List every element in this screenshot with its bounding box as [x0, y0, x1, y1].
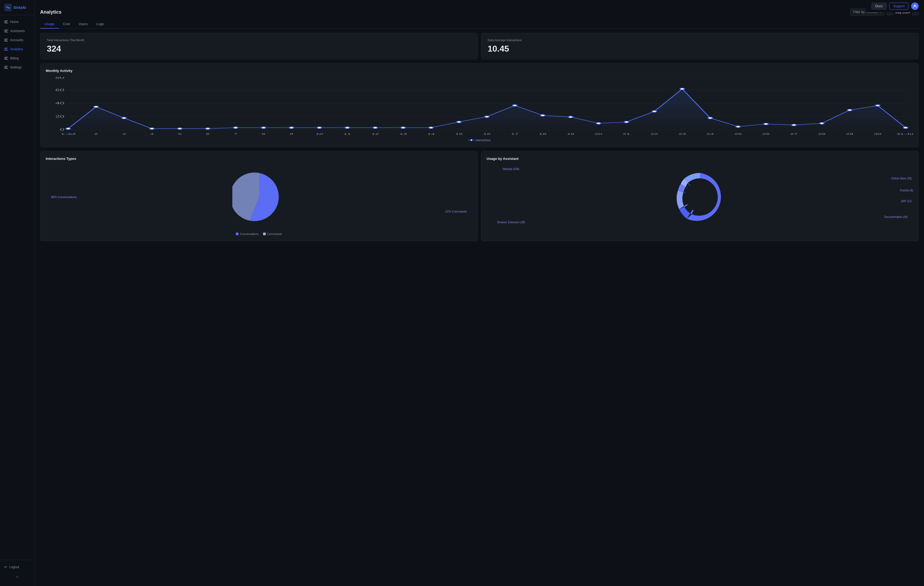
svg-point-22 — [289, 127, 294, 129]
sidebar-label-home: Home — [10, 20, 19, 24]
sidebar-item-accounts[interactable]: Accounts — [0, 36, 35, 45]
svg-text:1-Jul: 1-Jul — [61, 132, 76, 135]
avatar[interactable] — [911, 2, 919, 10]
sidebar-label-analytics: Analytics — [10, 47, 23, 51]
svg-point-41 — [820, 122, 824, 124]
svg-point-23 — [317, 127, 322, 129]
svg-text:5: 5 — [178, 132, 182, 135]
svg-point-38 — [736, 125, 740, 127]
svg-point-19 — [206, 128, 210, 130]
svg-point-36 — [680, 88, 685, 90]
donut-chart — [670, 168, 729, 226]
svg-text:16: 16 — [483, 132, 491, 135]
page-title: Analytics — [40, 9, 61, 15]
logo-accent: AI — [22, 5, 26, 10]
svg-text:0: 0 — [60, 128, 64, 131]
interactions-types-title: Interactions Types — [46, 157, 472, 161]
sidebar-item-assistants[interactable]: Assistants — [0, 26, 35, 36]
svg-point-44 — [903, 127, 908, 129]
commands-color — [263, 233, 266, 235]
sidebar-bottom: ↩ Logout ‹ — [0, 560, 35, 586]
svg-text:20: 20 — [55, 115, 64, 118]
svg-point-42 — [848, 109, 852, 111]
svg-point-28 — [457, 121, 461, 123]
svg-point-39 — [764, 123, 768, 125]
docs-button[interactable]: Docs — [871, 3, 886, 10]
bottom-row: Interactions Types 88% Conversations 12%… — [40, 151, 919, 241]
page-header: Analytics Filter by Assistant ▾ ‹ July 2… — [40, 5, 919, 15]
accounts-icon — [4, 39, 8, 41]
svg-point-35 — [652, 111, 657, 112]
tab-logs[interactable]: Logs — [92, 20, 108, 29]
sap-donut-label: SAP (12) — [901, 200, 912, 203]
monthly-activity-card: Monthly Activity 0 20 40 60 80 — [40, 63, 919, 147]
analytics-icon — [4, 48, 8, 51]
sidebar-label-accounts: Accounts — [10, 38, 23, 42]
website-donut-label: Website (209) — [503, 168, 519, 170]
svg-text:23: 23 — [678, 132, 686, 135]
usage-by-assistant-card: Usage by Assistant — [481, 151, 919, 241]
svg-text:31-Jul: 31-Jul — [896, 132, 913, 135]
daily-average-label: Daily Average Interactions — [488, 38, 912, 42]
svg-point-37 — [708, 117, 713, 119]
support-button[interactable]: Support — [889, 3, 909, 10]
svg-text:18: 18 — [539, 132, 546, 135]
svg-text:80: 80 — [55, 77, 64, 79]
sidebar-item-home[interactable]: Home — [0, 17, 35, 26]
svg-text:60: 60 — [55, 88, 64, 92]
svg-text:15: 15 — [455, 132, 463, 135]
legend-conversations: Conversations — [236, 232, 259, 236]
total-interactions-label: Total Interactions This Month — [47, 38, 471, 42]
svg-text:20: 20 — [595, 132, 602, 135]
svg-text:19: 19 — [567, 132, 574, 135]
svg-text:26: 26 — [762, 132, 770, 135]
usage-by-assistant-title: Usage by Assistant — [487, 157, 913, 161]
sidebar-label-settings: Settings — [10, 66, 21, 69]
portolio-donut-label: Portolio (8) — [900, 189, 913, 192]
svg-text:9: 9 — [290, 132, 293, 135]
svg-point-30 — [513, 104, 517, 106]
svg-point-18 — [178, 128, 182, 130]
svg-point-15 — [94, 106, 98, 108]
sidebar-item-analytics[interactable]: Analytics — [0, 45, 35, 54]
total-interactions-value: 324 — [47, 44, 471, 54]
billing-icon — [4, 57, 8, 59]
logout-button[interactable]: ↩ Logout — [0, 562, 35, 571]
conversations-legend-label: Conversations — [240, 232, 259, 236]
topbar: Docs Support — [866, 0, 924, 12]
svg-point-34 — [624, 121, 629, 123]
sidebar-item-settings[interactable]: Settings — [0, 63, 35, 72]
svg-text:10: 10 — [316, 132, 323, 135]
sidebar-label-billing: Billing — [10, 56, 19, 60]
svg-point-14 — [66, 128, 71, 130]
tab-users[interactable]: Users — [74, 20, 92, 29]
sidebar-collapse-button[interactable]: ‹ — [0, 571, 35, 582]
chart-legend-label: interactions — [476, 139, 491, 142]
svg-point-77 — [470, 139, 472, 141]
home-icon — [4, 21, 8, 23]
svg-text:40: 40 — [55, 101, 64, 105]
stats-row: Total Interactions This Month 324 Daily … — [40, 33, 919, 59]
svg-point-26 — [401, 127, 405, 129]
conversations-pie-label: 88% Conversations — [51, 195, 76, 199]
logout-label: Logout — [9, 565, 19, 569]
interactions-types-card: Interactions Types 88% Conversations 12%… — [40, 151, 478, 241]
svg-point-78 — [685, 182, 714, 212]
conversations-color — [236, 233, 239, 235]
svg-point-16 — [122, 117, 126, 119]
logo-icon — [4, 4, 12, 11]
svg-text:21: 21 — [623, 132, 630, 135]
analytics-tabs: Usage Cost Users Logs — [40, 20, 919, 29]
svg-point-27 — [429, 127, 433, 129]
sidebar-item-billing[interactable]: Billing — [0, 54, 35, 63]
svg-text:2: 2 — [94, 132, 98, 135]
svg-text:11: 11 — [343, 132, 351, 135]
chart-legend: interactions — [46, 139, 913, 142]
tab-usage[interactable]: Usage — [40, 20, 59, 29]
daily-average-card: Daily Average Interactions 10.45 — [481, 33, 919, 59]
svg-text:22: 22 — [650, 132, 658, 135]
pie-chart — [232, 170, 286, 224]
svg-text:8: 8 — [262, 132, 266, 135]
tab-cost[interactable]: Cost — [59, 20, 74, 29]
svg-text:30: 30 — [874, 132, 881, 135]
